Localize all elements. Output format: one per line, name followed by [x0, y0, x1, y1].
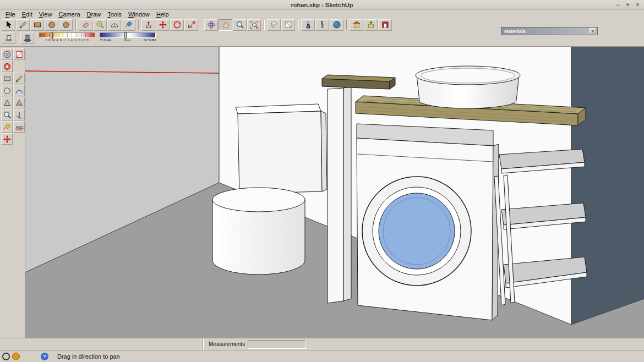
- shadow-settings-icon: [4, 34, 13, 42]
- window-controls: − + ×: [616, 0, 640, 9]
- toolbar-separator: [346, 20, 347, 30]
- measurements-input[interactable]: [248, 340, 306, 349]
- curved-cabinet[interactable]: [212, 188, 305, 275]
- left-line-tool-button[interactable]: [13, 73, 25, 84]
- credits-icon[interactable]: [12, 353, 20, 360]
- line-tool-button[interactable]: [16, 19, 30, 31]
- left-rectangle-tool-button[interactable]: [1, 73, 13, 84]
- help-icon[interactable]: ?: [41, 353, 48, 360]
- section-display-icon: [284, 20, 293, 29]
- 3d-viewport[interactable]: [25, 47, 644, 338]
- materials-panel-titlebar[interactable]: Materials x: [501, 27, 598, 35]
- date-slider-thumb[interactable]: [51, 32, 53, 39]
- left-offset-tool-button[interactable]: [13, 97, 25, 108]
- share-model-button[interactable]: [364, 19, 378, 31]
- select-tool-button[interactable]: [2, 19, 15, 31]
- menu-help[interactable]: Help: [153, 11, 172, 18]
- protractor-tool-button[interactable]: [107, 19, 121, 31]
- google-earth-globe-icon: [332, 20, 341, 29]
- menu-edit[interactable]: Edit: [19, 11, 36, 18]
- shadow-time-slider[interactable]: [100, 32, 156, 38]
- rectangle-tool-button[interactable]: [30, 19, 44, 31]
- orbit-icon: [207, 20, 216, 29]
- menu-tools[interactable]: Tools: [104, 11, 125, 18]
- paint-bucket-tool-button[interactable]: [122, 19, 135, 31]
- scale-tool-button[interactable]: [184, 19, 198, 31]
- shadow-date-slider-block: J F M A M J J A S O N D: [39, 32, 95, 42]
- walk-tool-button[interactable]: [315, 19, 329, 31]
- shadow-date-slider[interactable]: [39, 32, 95, 38]
- shadow-toggle-button[interactable]: [20, 32, 34, 44]
- pencil-icon: [19, 20, 28, 29]
- left-arc-tool-button[interactable]: [13, 85, 25, 96]
- paint-bucket-icon: [3, 123, 12, 131]
- move-tool-button[interactable]: [156, 19, 170, 31]
- close-button[interactable]: ×: [636, 2, 640, 8]
- section-display-tool-button[interactable]: [281, 19, 295, 31]
- minimize-button[interactable]: −: [616, 2, 620, 8]
- zoom-extents-tool-button[interactable]: [247, 19, 261, 31]
- polygon-tool-button[interactable]: [59, 19, 73, 31]
- share-model-icon: [367, 20, 375, 29]
- window-title: rohan.skp - SketchUp: [291, 2, 353, 8]
- get-models-button[interactable]: [350, 19, 363, 31]
- left-axes-tool-button[interactable]: [13, 109, 25, 120]
- partition-post[interactable]: [328, 87, 351, 303]
- left-move-tool-button[interactable]: [1, 133, 13, 145]
- left-polygon-tool-button[interactable]: [1, 97, 13, 108]
- left-zoom-tool-button[interactable]: [1, 109, 13, 120]
- basin[interactable]: [416, 66, 520, 108]
- polygon-icon: [62, 20, 70, 29]
- materials-panel-close-button[interactable]: x: [590, 28, 596, 34]
- orbit-tool-button[interactable]: [204, 19, 218, 31]
- menu-camera[interactable]: Camera: [55, 11, 83, 18]
- circle-tool-button[interactable]: [45, 19, 58, 31]
- shadow-settings-button[interactable]: [2, 32, 15, 44]
- pan-hand-icon: [221, 20, 230, 29]
- eraser-tool-button[interactable]: [79, 19, 92, 31]
- left-text-tool-button[interactable]: ABC: [13, 121, 25, 133]
- menu-file[interactable]: File: [2, 11, 19, 18]
- pan-tool-button[interactable]: [219, 19, 232, 31]
- wood-beam[interactable]: [322, 75, 395, 89]
- left-section-plane-tool-button[interactable]: [13, 48, 25, 60]
- titlebar[interactable]: rohan.skp - SketchUp − + ×: [0, 0, 644, 10]
- svg-text:ABC: ABC: [15, 125, 23, 129]
- washer-door-glass[interactable]: [379, 193, 455, 269]
- month-labels: J F M A M J J A S O N D: [39, 39, 95, 42]
- maximize-button[interactable]: +: [626, 2, 630, 8]
- cabinet-box[interactable]: [236, 104, 327, 194]
- sunrise-time-label: 05:26 AM: [100, 39, 111, 42]
- push-pull-tool-button[interactable]: [141, 19, 155, 31]
- rotate-tool-button[interactable]: [170, 19, 184, 31]
- paint-bucket-icon: [124, 20, 133, 29]
- zoom-extents-icon: [250, 20, 259, 29]
- washing-machine[interactable]: [357, 124, 499, 320]
- section-plane-tool-button[interactable]: [267, 19, 281, 31]
- push-pull-icon: [144, 20, 153, 29]
- rectangle-icon: [3, 74, 12, 83]
- time-slider-thumb[interactable]: [124, 32, 127, 39]
- sunset-time-label: 06:39 PM: [144, 39, 156, 42]
- extension-warehouse-button[interactable]: [378, 19, 392, 31]
- status-hint-text: Drag in direction to pan: [57, 353, 120, 360]
- google-earth-tool-button[interactable]: [330, 19, 343, 31]
- viewport-container: [25, 47, 644, 338]
- menu-view[interactable]: View: [36, 11, 56, 18]
- left-look-around-tool-button[interactable]: [1, 61, 13, 72]
- arc-icon: [15, 86, 24, 95]
- position-camera-tool-button[interactable]: [301, 19, 315, 31]
- right-wall[interactable]: [571, 47, 644, 325]
- left-paint-bucket-tool-button[interactable]: [1, 121, 13, 133]
- position-camera-icon: [304, 20, 313, 29]
- geolocation-icon[interactable]: [2, 353, 10, 360]
- look-around-icon: [3, 62, 12, 71]
- menu-window[interactable]: Window: [125, 11, 153, 18]
- tape-measure-tool-button[interactable]: [93, 19, 107, 31]
- menu-draw[interactable]: Draw: [84, 11, 105, 18]
- zoom-icon: [236, 20, 244, 29]
- zoom-tool-button[interactable]: [233, 19, 247, 31]
- left-circle-tool-button[interactable]: [1, 85, 13, 96]
- left-tool-palette: ABC: [0, 47, 25, 338]
- left-orbit-tool-button[interactable]: [1, 48, 13, 60]
